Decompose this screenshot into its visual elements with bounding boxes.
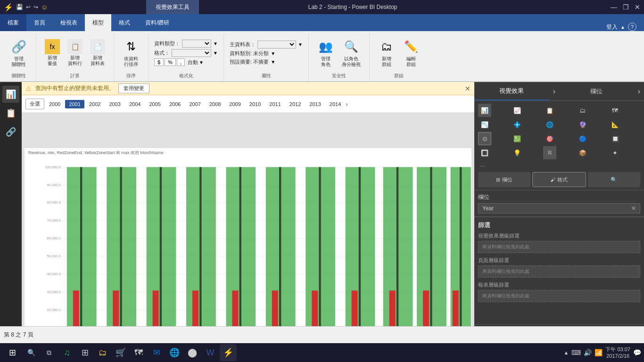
page-filter-drop[interactable]: 將資料欄位拖曳到此處	[478, 265, 640, 278]
taskbar-apps[interactable]: ⊞	[76, 344, 93, 361]
tab-view[interactable]: 檢視表	[53, 14, 85, 31]
slicer-clear-btn[interactable]: ✕	[631, 205, 636, 212]
viz-area[interactable]: 💠	[511, 118, 524, 131]
viz-funnel[interactable]: 💡	[511, 146, 524, 159]
viz-waterfall[interactable]: 🔳	[478, 146, 491, 159]
main-table-select[interactable]	[257, 41, 296, 49]
search-btn[interactable]: 🔍	[23, 344, 40, 361]
table-view-btn[interactable]: 📋	[2, 105, 19, 122]
dollar-btn[interactable]: $	[154, 58, 164, 66]
year-2001-btn[interactable]: 2001	[65, 100, 84, 108]
taskbar-mail[interactable]: ✉	[148, 344, 165, 361]
year-2002-btn[interactable]: 2002	[85, 100, 104, 108]
minimize-btn[interactable]: —	[611, 3, 617, 11]
tab-model[interactable]: 模型	[85, 14, 111, 31]
viz-pie[interactable]: 🌐	[543, 118, 556, 131]
year-2003-btn[interactable]: 2003	[105, 100, 124, 108]
viz-gauge[interactable]: ⊙	[478, 132, 491, 145]
viz-slicer[interactable]: 🔲	[609, 132, 622, 145]
viz-scatter[interactable]: 📐	[609, 118, 622, 131]
taskbar-store[interactable]: 🛒	[112, 344, 129, 361]
year-2010-btn[interactable]: 2010	[246, 100, 264, 108]
year-2013-btn[interactable]: 2013	[305, 100, 324, 108]
taskbar-maps[interactable]: 🗺	[130, 344, 147, 361]
quick-save[interactable]: 💾	[16, 4, 23, 10]
viz-card[interactable]: 🎯	[543, 132, 556, 145]
taskbar-spotify[interactable]: ♫	[58, 344, 75, 361]
percent-btn[interactable]: %	[165, 58, 176, 66]
manage-roles-btn[interactable]: 👥 管理角色	[314, 36, 337, 69]
viz-100-bar[interactable]: 📋	[543, 104, 556, 117]
close-btn[interactable]: ✕	[635, 3, 640, 11]
format-action-btn[interactable]: 🖌格式	[532, 172, 586, 187]
chart-view-btn[interactable]: 📊	[2, 86, 19, 103]
taskbar-powerbi[interactable]: ⚡	[220, 344, 237, 361]
analytics-action-btn[interactable]: 🔍	[588, 172, 640, 187]
add-table-btn[interactable]: 📄 新增資料表	[87, 37, 108, 68]
volume-icon[interactable]: 🔊	[584, 349, 592, 356]
viz-more-btn[interactable]: ···	[478, 161, 640, 170]
viz-map[interactable]: 🗺	[609, 104, 622, 117]
viz-multi-row-card[interactable]: 🔵	[576, 132, 589, 145]
year-2014-btn[interactable]: 2014	[326, 100, 345, 108]
taskbar-chrome[interactable]: ⬤	[184, 344, 201, 361]
taskbar-word[interactable]: W	[202, 344, 219, 361]
signin-area[interactable]: 登入 ▲ ?	[606, 23, 644, 31]
tab-format[interactable]: 格式	[111, 14, 138, 31]
undo-btn[interactable]: ↩	[26, 4, 31, 10]
new-group-btn[interactable]: 🗂 新增群組	[375, 36, 398, 69]
year-2006-btn[interactable]: 2006	[165, 100, 184, 108]
manage-relations-btn[interactable]: 🔗 管理關聯性	[8, 36, 30, 69]
viz-custom1[interactable]: 📦	[576, 146, 589, 159]
viz-kpi[interactable]: 💹	[511, 132, 524, 145]
comma-btn[interactable]: ,	[177, 58, 185, 66]
viz-custom2[interactable]: ✦	[609, 146, 622, 159]
apply-changes-btn[interactable]: 套用變更	[118, 83, 149, 93]
viz-table[interactable]: 🗂	[576, 104, 589, 117]
keyboard-icon[interactable]: ⌨	[571, 349, 581, 356]
tab-data[interactable]: 資料/鑽研	[138, 14, 177, 31]
maximize-btn[interactable]: ❐	[623, 3, 629, 11]
redo-btn[interactable]: ↪	[33, 4, 38, 10]
viz-r-script[interactable]: R	[543, 146, 556, 159]
sort-by-column-btn[interactable]: ⇅ 依資料行排序	[120, 36, 142, 69]
year-2005-btn[interactable]: 2005	[145, 100, 164, 108]
view-as-role-btn[interactable]: 🔍 以角色身分檢視	[339, 36, 363, 69]
clock[interactable]: 下午 03:07 2017/2/16	[605, 346, 630, 360]
year-2012-btn[interactable]: 2012	[286, 100, 305, 108]
notification-btn[interactable]: 💬	[633, 349, 641, 356]
visualizations-tab[interactable]: 視覺效果	[474, 82, 549, 100]
year-2011-btn[interactable]: 2011	[265, 100, 284, 108]
fields-tab[interactable]: 欄位	[559, 82, 634, 100]
start-button[interactable]: ⊞	[3, 344, 22, 361]
add-measure-btn[interactable]: fx 新增量值	[42, 37, 63, 68]
tab-file[interactable]: 檔案	[0, 14, 26, 31]
edit-group-btn[interactable]: ✏️ 編輯群組	[400, 36, 422, 69]
year-2004-btn[interactable]: 2004	[125, 100, 144, 108]
year-2008-btn[interactable]: 2008	[206, 100, 224, 108]
visual-filter-drop[interactable]: 將資料欄位拖曳到此處	[478, 241, 640, 253]
viz-clustered-bar[interactable]: 📈	[511, 104, 524, 117]
year-all-btn[interactable]: 全選	[25, 99, 44, 109]
data-type-select[interactable]	[182, 40, 211, 48]
format-select[interactable]	[172, 49, 211, 57]
panel-expand-right[interactable]: ›	[634, 82, 644, 100]
tab-home[interactable]: 首頁	[26, 14, 53, 31]
fields-action-btn[interactable]: ⊞欄位	[478, 172, 530, 187]
network-icon[interactable]: 📶	[594, 349, 603, 356]
viz-donut[interactable]: 🔮	[576, 118, 589, 131]
window-controls[interactable]: — ❐ ✕	[611, 3, 640, 11]
add-column-btn[interactable]: 📋 新增資料行	[65, 37, 85, 68]
warning-close-btn[interactable]: ✕	[465, 85, 471, 92]
year-2007-btn[interactable]: 2007	[185, 100, 204, 108]
year-2009-btn[interactable]: 2009	[225, 100, 244, 108]
year-2000-btn[interactable]: 2000	[45, 100, 64, 108]
year-field-tag[interactable]: Year ✕	[478, 203, 640, 214]
panel-expand-left[interactable]: ›	[549, 82, 559, 100]
viz-line[interactable]: 📉	[478, 118, 491, 131]
year-next-btn[interactable]: ›	[346, 100, 348, 108]
tray-up-arrow[interactable]: ▲	[564, 350, 569, 355]
taskbar-folder[interactable]: 🗂	[94, 344, 111, 361]
taskbar-edge[interactable]: 🌐	[166, 344, 183, 361]
model-view-btn[interactable]: 🔗	[2, 123, 19, 140]
